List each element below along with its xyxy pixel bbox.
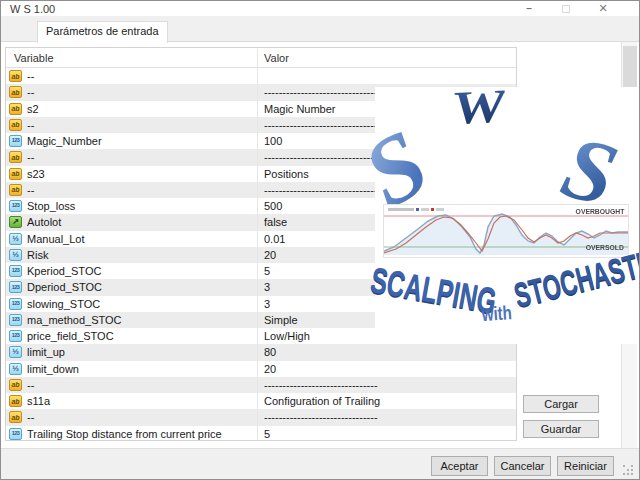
string-param-icon: ab [9, 70, 22, 82]
param-name-cell: ½Risk [6, 249, 257, 261]
table-row[interactable]: abs11aConfiguration of Trailing [6, 393, 516, 409]
titlebar[interactable]: W S 1.00 – ✕ [1, 1, 639, 16]
param-name-cell: 123Trailing Stop distance from current p… [6, 428, 257, 440]
int-param-icon: 123 [9, 200, 22, 212]
param-name-cell: ab-- [6, 379, 257, 391]
param-name: slowing_STOC [27, 298, 100, 310]
param-name: -- [27, 184, 34, 196]
string-param-icon: ab [9, 103, 22, 115]
param-name: -- [27, 86, 34, 98]
param-name-cell: 123slowing_STOC [6, 298, 257, 310]
param-name-cell: ½limit_down [6, 363, 257, 375]
param-name: -- [27, 70, 34, 82]
param-value[interactable]: 20 [257, 363, 516, 375]
param-name: Stop_loss [27, 200, 75, 212]
maximize-icon[interactable] [551, 1, 581, 16]
param-value[interactable]: ------------------------------- [257, 411, 516, 423]
stochastic-chart: OVERBOUGHT OVERSOLD [383, 204, 629, 258]
resize-grip-icon[interactable] [623, 465, 635, 477]
param-name: ma_method_STOC [27, 314, 122, 326]
table-row[interactable]: ab--------------------------------- [6, 409, 516, 425]
table-row[interactable]: ab-- [6, 68, 516, 84]
header-variable: Variable [6, 52, 257, 64]
param-name: -- [27, 411, 34, 423]
param-name: limit_down [27, 363, 79, 375]
param-name-cell: abs11a [6, 395, 257, 407]
param-name-cell: 123ma_method_STOC [6, 314, 257, 326]
param-value[interactable]: Configuration of Trailing [257, 395, 516, 407]
param-name: Trailing Stop distance from current pric… [27, 428, 222, 440]
string-param-icon: ab [9, 411, 22, 423]
save-button[interactable]: Guardar [523, 420, 599, 438]
param-name: Risk [27, 249, 48, 261]
param-name-cell: 123Magic_Number [6, 135, 257, 147]
param-name: Kperiod_STOC [27, 265, 101, 277]
overbought-label: OVERBOUGHT [575, 207, 624, 216]
param-name-cell: 123Dperiod_STOC [6, 281, 257, 293]
product-logo-overlay: S W S OVERBOUGHT OVERSOLD SCALPING with … [375, 87, 640, 344]
table-row[interactable]: ½limit_down20 [6, 361, 516, 377]
param-name-cell: ab-- [6, 411, 257, 423]
int-param-icon: 123 [9, 428, 22, 440]
cancel-button[interactable]: Cancelar [494, 456, 551, 476]
param-name: s2 [27, 103, 39, 115]
param-name-cell: ab-- [6, 86, 257, 98]
param-name-cell: ½Manual_Lot [6, 233, 257, 245]
param-name-cell: 123price_field_STOC [6, 330, 257, 342]
header-valor: Valor [257, 52, 516, 64]
double-param-icon: ½ [9, 233, 22, 245]
table-header: Variable Valor [6, 48, 516, 68]
param-name-cell: abs2 [6, 103, 257, 115]
table-row[interactable]: 123Trailing Stop distance from current p… [6, 426, 516, 442]
param-name: Autolot [27, 216, 61, 228]
column-divider [257, 48, 258, 440]
window-title: W S 1.00 [10, 3, 55, 15]
chart-legend [388, 208, 444, 211]
logo-letter-w: W [449, 78, 508, 135]
param-name-cell: ½limit_up [6, 346, 257, 358]
int-param-icon: 123 [9, 330, 22, 342]
param-name: limit_up [27, 346, 65, 358]
param-value[interactable]: 80 [257, 346, 516, 358]
param-name: Manual_Lot [27, 233, 85, 245]
int-param-icon: 123 [9, 314, 22, 326]
caption-with: with [481, 301, 512, 325]
caption-scalping: SCALPING [368, 259, 500, 322]
param-name-cell: 123Kperiod_STOC [6, 265, 257, 277]
param-name-cell: ab-- [6, 151, 257, 163]
tab-parametros-de-entrada[interactable]: Parámetros de entrada [37, 21, 168, 43]
string-param-icon: ab [9, 184, 22, 196]
int-param-icon: 123 [9, 281, 22, 293]
double-param-icon: ½ [9, 363, 22, 375]
param-name-cell: ab-- [6, 184, 257, 196]
param-name-cell: ↗Autolot [6, 216, 257, 228]
int-param-icon: 123 [9, 265, 22, 277]
param-value[interactable]: ------------------------------- [257, 379, 516, 391]
string-param-icon: ab [9, 379, 22, 391]
reset-button[interactable]: Reiniciar [557, 456, 614, 476]
param-name: -- [27, 151, 34, 163]
param-name: -- [27, 379, 34, 391]
string-param-icon: ab [9, 395, 22, 407]
param-name: -- [27, 119, 34, 131]
param-name-cell: abs23 [6, 168, 257, 180]
param-name-cell: 123Stop_loss [6, 200, 257, 212]
int-param-icon: 123 [9, 298, 22, 310]
minimize-icon[interactable]: – [514, 1, 544, 16]
string-param-icon: ab [9, 168, 22, 180]
table-row[interactable]: ab--------------------------------- [6, 377, 516, 393]
table-row[interactable]: ½limit_up80 [6, 344, 516, 360]
param-name: s11a [27, 395, 50, 407]
string-param-icon: ab [9, 119, 22, 131]
close-icon[interactable]: ✕ [588, 1, 618, 16]
param-name: price_field_STOC [27, 330, 114, 342]
param-name: Dperiod_STOC [27, 281, 102, 293]
bool-param-icon: ↗ [9, 216, 22, 228]
maximize-box [562, 5, 570, 13]
param-value[interactable]: 5 [257, 428, 516, 440]
string-param-icon: ab [9, 86, 22, 98]
double-param-icon: ½ [9, 249, 22, 261]
ok-button[interactable]: Aceptar [431, 456, 488, 476]
param-name-cell: ab-- [6, 70, 257, 82]
load-button[interactable]: Cargar [523, 395, 599, 413]
